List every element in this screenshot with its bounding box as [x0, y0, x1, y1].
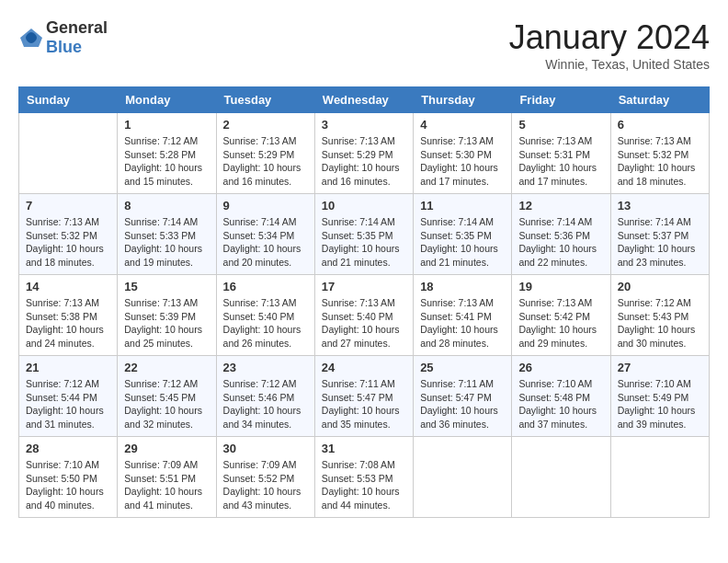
day-number: 7 [26, 199, 110, 213]
location: Winnie, Texas, United States [509, 57, 710, 72]
day-info: Sunrise: 7:13 AMSunset: 5:32 PMDaylight:… [618, 134, 702, 189]
calendar-header-row: SundayMondayTuesdayWednesdayThursdayFrid… [19, 87, 710, 113]
day-info: Sunrise: 7:12 AMSunset: 5:28 PMDaylight:… [124, 134, 209, 189]
week-row-4: 21Sunrise: 7:12 AMSunset: 5:44 PMDayligh… [19, 356, 710, 437]
day-number: 3 [322, 118, 406, 132]
day-number: 28 [26, 442, 110, 455]
day-info: Sunrise: 7:11 AMSunset: 5:47 PMDaylight:… [420, 377, 505, 431]
calendar-cell: 16Sunrise: 7:13 AMSunset: 5:40 PMDayligh… [216, 275, 314, 356]
header-friday: Friday [512, 87, 610, 113]
calendar-cell: 11Sunrise: 7:14 AMSunset: 5:35 PMDayligh… [414, 194, 512, 275]
day-number: 9 [223, 199, 308, 213]
header-sunday: Sunday [19, 87, 118, 113]
calendar-cell: 10Sunrise: 7:14 AMSunset: 5:35 PMDayligh… [314, 194, 413, 275]
calendar-cell: 20Sunrise: 7:12 AMSunset: 5:43 PMDayligh… [610, 275, 709, 356]
month-title: January 2024 [509, 18, 710, 57]
header-wednesday: Wednesday [314, 87, 413, 113]
day-number: 23 [223, 361, 308, 374]
day-info: Sunrise: 7:14 AMSunset: 5:36 PMDaylight:… [518, 215, 603, 270]
calendar-cell: 9Sunrise: 7:14 AMSunset: 5:34 PMDaylight… [216, 194, 314, 275]
day-info: Sunrise: 7:13 AMSunset: 5:39 PMDaylight:… [124, 296, 209, 350]
day-number: 17 [322, 280, 406, 293]
day-info: Sunrise: 7:13 AMSunset: 5:38 PMDaylight:… [26, 296, 110, 350]
calendar-cell [414, 437, 512, 518]
day-info: Sunrise: 7:12 AMSunset: 5:45 PMDaylight:… [124, 377, 209, 431]
day-info: Sunrise: 7:10 AMSunset: 5:49 PMDaylight:… [618, 377, 702, 431]
calendar-cell: 3Sunrise: 7:13 AMSunset: 5:29 PMDaylight… [314, 113, 413, 194]
calendar-cell: 27Sunrise: 7:10 AMSunset: 5:49 PMDayligh… [610, 356, 709, 437]
day-info: Sunrise: 7:14 AMSunset: 5:33 PMDaylight:… [124, 215, 209, 270]
day-info: Sunrise: 7:12 AMSunset: 5:46 PMDaylight:… [223, 377, 308, 431]
day-number: 2 [223, 118, 308, 132]
calendar-cell [512, 437, 610, 518]
day-info: Sunrise: 7:14 AMSunset: 5:34 PMDaylight:… [223, 215, 308, 270]
day-number: 5 [518, 118, 603, 132]
day-info: Sunrise: 7:14 AMSunset: 5:35 PMDaylight:… [322, 215, 406, 270]
day-info: Sunrise: 7:14 AMSunset: 5:35 PMDaylight:… [420, 215, 505, 270]
day-number: 4 [420, 118, 505, 132]
calendar-cell: 19Sunrise: 7:13 AMSunset: 5:42 PMDayligh… [512, 275, 610, 356]
day-number: 21 [26, 361, 110, 374]
day-info: Sunrise: 7:12 AMSunset: 5:43 PMDaylight:… [618, 296, 702, 350]
day-info: Sunrise: 7:13 AMSunset: 5:42 PMDaylight:… [518, 296, 603, 350]
day-info: Sunrise: 7:13 AMSunset: 5:30 PMDaylight:… [420, 134, 505, 189]
calendar-cell: 26Sunrise: 7:10 AMSunset: 5:48 PMDayligh… [512, 356, 610, 437]
day-number: 22 [124, 361, 209, 374]
day-info: Sunrise: 7:14 AMSunset: 5:37 PMDaylight:… [618, 215, 702, 270]
header-thursday: Thursday [414, 87, 512, 113]
day-info: Sunrise: 7:09 AMSunset: 5:51 PMDaylight:… [124, 458, 209, 512]
day-number: 20 [618, 280, 702, 293]
week-row-1: 1Sunrise: 7:12 AMSunset: 5:28 PMDaylight… [19, 113, 710, 194]
day-number: 15 [124, 280, 209, 293]
day-number: 1 [124, 118, 209, 132]
calendar-cell: 13Sunrise: 7:14 AMSunset: 5:37 PMDayligh… [610, 194, 709, 275]
calendar-cell: 17Sunrise: 7:13 AMSunset: 5:40 PMDayligh… [314, 275, 413, 356]
day-info: Sunrise: 7:13 AMSunset: 5:40 PMDaylight:… [223, 296, 308, 350]
calendar-cell: 8Sunrise: 7:14 AMSunset: 5:33 PMDaylight… [118, 194, 216, 275]
calendar-cell: 14Sunrise: 7:13 AMSunset: 5:38 PMDayligh… [19, 275, 118, 356]
calendar-cell: 29Sunrise: 7:09 AMSunset: 5:51 PMDayligh… [118, 437, 216, 518]
title-block: January 2024 Winnie, Texas, United State… [509, 18, 710, 72]
calendar-body: 1Sunrise: 7:12 AMSunset: 5:28 PMDaylight… [19, 113, 710, 518]
day-number: 10 [322, 199, 406, 213]
day-info: Sunrise: 7:13 AMSunset: 5:29 PMDaylight:… [322, 134, 406, 189]
day-info: Sunrise: 7:11 AMSunset: 5:47 PMDaylight:… [322, 377, 406, 431]
calendar-cell: 22Sunrise: 7:12 AMSunset: 5:45 PMDayligh… [118, 356, 216, 437]
header-monday: Monday [118, 87, 216, 113]
day-info: Sunrise: 7:13 AMSunset: 5:40 PMDaylight:… [322, 296, 406, 350]
calendar-cell: 24Sunrise: 7:11 AMSunset: 5:47 PMDayligh… [314, 356, 413, 437]
day-number: 12 [518, 199, 603, 213]
logo-icon [18, 27, 44, 49]
calendar-cell: 2Sunrise: 7:13 AMSunset: 5:29 PMDaylight… [216, 113, 314, 194]
day-info: Sunrise: 7:10 AMSunset: 5:50 PMDaylight:… [26, 458, 110, 512]
day-info: Sunrise: 7:10 AMSunset: 5:48 PMDaylight:… [518, 377, 603, 431]
calendar-cell: 12Sunrise: 7:14 AMSunset: 5:36 PMDayligh… [512, 194, 610, 275]
day-info: Sunrise: 7:13 AMSunset: 5:31 PMDaylight:… [518, 134, 603, 189]
day-number: 30 [223, 442, 308, 455]
day-number: 6 [618, 118, 702, 132]
calendar-cell: 1Sunrise: 7:12 AMSunset: 5:28 PMDaylight… [118, 113, 216, 194]
calendar-cell: 31Sunrise: 7:08 AMSunset: 5:53 PMDayligh… [314, 437, 413, 518]
day-number: 24 [322, 361, 406, 374]
calendar-cell: 30Sunrise: 7:09 AMSunset: 5:52 PMDayligh… [216, 437, 314, 518]
day-number: 13 [618, 199, 702, 213]
logo: General Blue [18, 18, 108, 57]
header-saturday: Saturday [610, 87, 709, 113]
week-row-3: 14Sunrise: 7:13 AMSunset: 5:38 PMDayligh… [19, 275, 710, 356]
day-number: 8 [124, 199, 209, 213]
calendar-cell: 21Sunrise: 7:12 AMSunset: 5:44 PMDayligh… [19, 356, 118, 437]
day-number: 25 [420, 361, 505, 374]
calendar-cell [610, 437, 709, 518]
day-info: Sunrise: 7:13 AMSunset: 5:29 PMDaylight:… [223, 134, 308, 189]
day-number: 27 [618, 361, 702, 374]
day-number: 29 [124, 442, 209, 455]
day-number: 16 [223, 280, 308, 293]
week-row-2: 7Sunrise: 7:13 AMSunset: 5:32 PMDaylight… [19, 194, 710, 275]
day-number: 31 [322, 442, 406, 455]
week-row-5: 28Sunrise: 7:10 AMSunset: 5:50 PMDayligh… [19, 437, 710, 518]
calendar-cell: 23Sunrise: 7:12 AMSunset: 5:46 PMDayligh… [216, 356, 314, 437]
calendar-cell: 18Sunrise: 7:13 AMSunset: 5:41 PMDayligh… [414, 275, 512, 356]
day-info: Sunrise: 7:12 AMSunset: 5:44 PMDaylight:… [26, 377, 110, 431]
day-info: Sunrise: 7:09 AMSunset: 5:52 PMDaylight:… [223, 458, 308, 512]
header-tuesday: Tuesday [216, 87, 314, 113]
